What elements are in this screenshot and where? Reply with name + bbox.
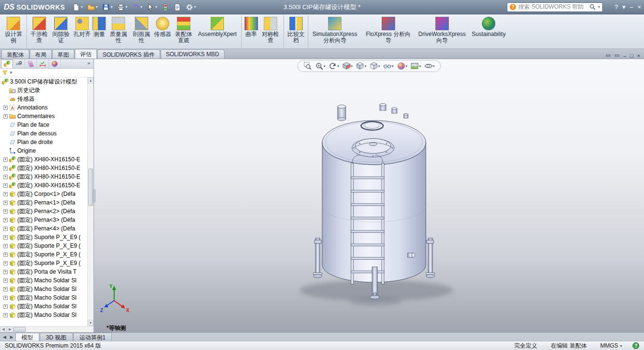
sensor-button[interactable]: 传感器: [153, 15, 172, 48]
dropdown-caret-icon[interactable]: ▾: [351, 64, 353, 68]
document-minimize-button[interactable]: –: [623, 53, 626, 59]
floxpress-button[interactable]: FloXpress 分析向导: [362, 15, 415, 48]
expand-icon[interactable]: [3, 166, 8, 170]
tree-item[interactable]: (固定) Macho Soldar Sl: [0, 302, 94, 311]
expand-icon[interactable]: [3, 157, 8, 162]
symmetry-check-button[interactable]: 对称检查: [259, 15, 282, 48]
command-tab[interactable]: 草图: [52, 49, 74, 59]
command-tab[interactable]: SOLIDWORKS 插件: [97, 49, 160, 59]
tree-item[interactable]: (固定) Macho Soldar Sl: [0, 276, 94, 285]
expand-icon[interactable]: [3, 106, 8, 110]
search-box[interactable]: ? 搜索 SOLIDWORKS 帮助 ▾: [507, 2, 603, 12]
featuremanager-tab[interactable]: [1, 60, 13, 68]
undo-button[interactable]: ▾: [130, 2, 144, 12]
tab-scroll-left-icon[interactable]: ◀: [1, 335, 8, 339]
tank-3d-model[interactable]: [278, 96, 480, 322]
show-right-pane-button[interactable]: ▭: [614, 52, 619, 59]
simulationxpress-button[interactable]: SimulationXpress 分析向导: [308, 15, 362, 48]
tree-item[interactable]: Annotations: [0, 103, 94, 112]
expand-icon[interactable]: [3, 287, 8, 291]
assemblyxpert-button[interactable]: AssemblyXpert: [195, 15, 240, 48]
expand-icon[interactable]: [3, 175, 8, 179]
tree-item[interactable]: Plan de dessus: [0, 129, 94, 138]
tree-item[interactable]: Plan de droite: [0, 138, 94, 146]
expand-icon[interactable]: [3, 218, 8, 222]
interference-check-button[interactable]: 干涉检查: [26, 15, 49, 48]
document-tab[interactable]: 3D 视图: [40, 333, 73, 341]
expand-icon[interactable]: [3, 278, 8, 283]
dropdown-caret-icon[interactable]: ▾: [81, 5, 83, 9]
expand-icon[interactable]: [3, 270, 8, 274]
tree-item[interactable]: 历史记录: [0, 86, 94, 95]
scroll-down-icon[interactable]: ▼: [88, 320, 94, 326]
section-properties-button[interactable]: 剖面属性: [130, 15, 153, 48]
command-tab[interactable]: 布局: [30, 49, 52, 59]
tab-scroll-right-icon[interactable]: ▶: [8, 335, 15, 339]
expand-icon[interactable]: [3, 235, 8, 240]
document-tab[interactable]: 模型: [15, 333, 39, 341]
tree-item[interactable]: (固定) XH80-XH16150-E: [0, 172, 94, 181]
expand-icon[interactable]: [3, 304, 8, 309]
expand-icon[interactable]: [3, 114, 8, 119]
expand-icon[interactable]: [3, 183, 8, 188]
tree-item[interactable]: (固定) Suporte P_X_E9 (: [0, 259, 94, 267]
view-orientation-button[interactable]: ▾: [356, 62, 366, 70]
tree-item[interactable]: (固定) XH80-XH16150-E: [0, 155, 94, 164]
edit-appearance-button[interactable]: ▾: [397, 62, 408, 70]
expand-icon[interactable]: [3, 192, 8, 196]
clearance-verify-button[interactable]: 间隙验证: [49, 15, 72, 48]
expand-icon[interactable]: [3, 201, 8, 205]
compare-documents-button[interactable]: 比较文档: [283, 15, 306, 48]
hide-show-items-button[interactable]: ▾: [383, 62, 394, 70]
close-window-button[interactable]: ×: [637, 4, 641, 10]
dropdown-caret-icon[interactable]: ▾: [141, 5, 142, 9]
panel-splitter[interactable]: [93, 189, 95, 203]
dropdown-caret-icon[interactable]: ▾: [337, 64, 339, 68]
open-document-button[interactable]: ▾: [86, 2, 99, 12]
displaymanager-tab[interactable]: [49, 60, 61, 68]
tree-item[interactable]: (固定) Macho Soldar Sl: [0, 311, 94, 319]
search-icon[interactable]: [589, 4, 596, 10]
tree-item[interactable]: Plan de face: [0, 121, 94, 129]
apply-scene-button[interactable]: ▾: [410, 62, 421, 70]
tree-item[interactable]: (固定) Perna<1> (Défa: [0, 198, 94, 207]
tree-item[interactable]: (固定) Perna<3> (Défa: [0, 216, 94, 224]
driveworksxpress-button[interactable]: DriveWorksXpress 向导: [415, 15, 469, 48]
print-button[interactable]: ▾: [116, 2, 129, 12]
expand-icon[interactable]: [3, 253, 8, 257]
tree-item[interactable]: (固定) Macho Soldar Sl: [0, 293, 94, 302]
tree-item[interactable]: (固定) XH80-XH16150-E: [0, 164, 94, 172]
command-tab[interactable]: SOLIDWORKS MBD: [161, 49, 224, 59]
dropdown-caret-icon[interactable]: ▾: [126, 5, 128, 9]
graphics-area[interactable]: ▾ ▾ ▾ ▾ ▾ ▾: [94, 59, 644, 332]
document-tab[interactable]: 运动算例1: [73, 333, 112, 341]
dropdown-caret-icon[interactable]: ▾: [392, 64, 394, 68]
assembly-visualization-button[interactable]: 装配体直观: [172, 15, 195, 48]
tree-root-item[interactable]: 3.500l CIP储存罐设计模型: [0, 77, 94, 86]
filter-caret-icon[interactable]: ▼: [9, 71, 13, 75]
search-scope-caret-icon[interactable]: ▾: [598, 5, 600, 9]
tree-item[interactable]: (固定) Suporte P_X_E9 (: [0, 241, 94, 250]
section-view-button[interactable]: ▾: [342, 62, 353, 70]
tree-item[interactable]: (固定) XH80-XH16150-E: [0, 181, 94, 190]
tree-item[interactable]: (固定) Corpo<1> (Défa: [0, 190, 94, 198]
rebuild-button[interactable]: ▾: [160, 2, 171, 12]
expand-icon[interactable]: [3, 209, 8, 214]
scrollbar-thumb[interactable]: [88, 169, 93, 206]
dropdown-caret-icon[interactable]: ▾: [96, 5, 98, 9]
expand-icon[interactable]: [3, 227, 8, 231]
tree-item[interactable]: 传感器: [0, 95, 94, 103]
mass-properties-button[interactable]: 质量属性: [107, 15, 130, 48]
configurationmanager-tab[interactable]: [25, 60, 37, 68]
previous-view-button[interactable]: ▾: [328, 62, 339, 70]
hole-alignment-button[interactable]: 孔对齐: [72, 15, 92, 48]
curvature-button[interactable]: 曲率: [241, 15, 259, 48]
help-button[interactable]: ?: [614, 4, 618, 10]
tree-item[interactable]: (固定) Suporte P_X_E9 (: [0, 233, 94, 241]
select-tool-button[interactable]: ▾: [145, 2, 159, 12]
help-menu-caret[interactable]: ▾: [622, 4, 626, 10]
dropdown-caret-icon[interactable]: ▾: [111, 5, 113, 9]
tree-item[interactable]: Origine: [0, 146, 94, 155]
new-document-button[interactable]: ▾: [71, 2, 84, 12]
tree-item[interactable]: (固定) Perna<2> (Défa: [0, 207, 94, 216]
